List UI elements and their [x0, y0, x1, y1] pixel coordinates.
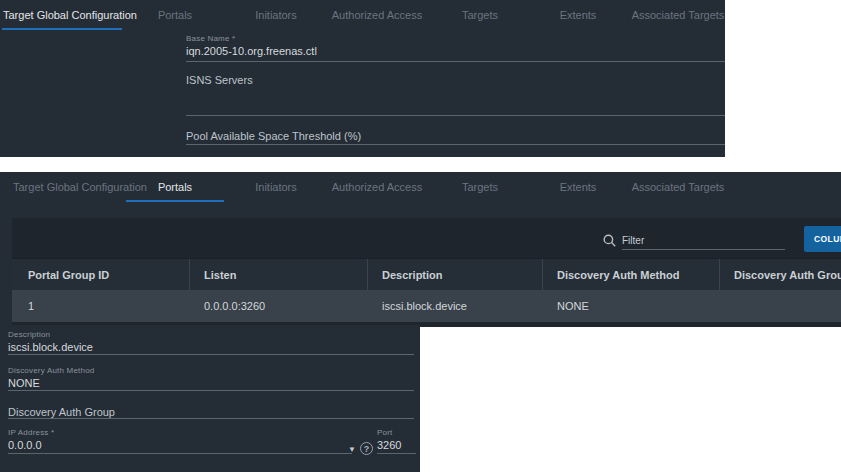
port-input[interactable]: 3260: [377, 439, 416, 451]
column-header-listen[interactable]: Listen: [190, 259, 368, 290]
chevron-down-icon[interactable]: ▼: [348, 445, 356, 454]
isns-servers-field[interactable]: ISNS Servers: [186, 74, 725, 116]
tab-authorized-access[interactable]: Authorized Access: [326, 172, 428, 202]
portals-table-card: COLUMN Portal Group ID Listen Descriptio…: [12, 218, 841, 327]
tab-target-global-configuration[interactable]: Target Global Configuration: [0, 172, 124, 202]
isns-servers-label: ISNS Servers: [186, 74, 725, 86]
base-name-input[interactable]: iqn.2005-10.org.freenas.ctl: [186, 45, 725, 57]
table-row[interactable]: 1 0.0.0.0:3260 iscsi.block.device NONE: [12, 290, 841, 322]
tab-targets[interactable]: Targets: [428, 172, 532, 202]
tab-portals[interactable]: Portals: [124, 172, 226, 202]
discovery-auth-group-label: Discovery Auth Group: [8, 406, 414, 418]
cell-listen: 0.0.0.0:3260: [190, 290, 368, 322]
filter-input[interactable]: [622, 233, 785, 250]
pool-threshold-field[interactable]: Pool Available Space Threshold (%): [186, 130, 725, 145]
columns-button[interactable]: COLUMN: [804, 226, 841, 252]
tab-authorized-access[interactable]: Authorized Access: [326, 0, 428, 30]
table-header-row: Portal Group ID Listen Description Disco…: [12, 258, 841, 290]
tab-target-global-configuration[interactable]: Target Global Configuration: [0, 0, 124, 30]
tab-extents[interactable]: Extents: [532, 172, 624, 202]
column-header-discovery-auth-group[interactable]: Discovery Auth Group: [720, 259, 841, 290]
tab-targets[interactable]: Targets: [428, 0, 532, 30]
discovery-auth-method-field[interactable]: Discovery Auth Method NONE: [8, 366, 414, 391]
description-input[interactable]: iscsi.block.device: [8, 341, 414, 353]
tab-associated-targets[interactable]: Associated Targets: [624, 0, 732, 30]
tab-initiators[interactable]: Initiators: [226, 0, 326, 30]
tab-bar: Target Global Configuration Portals Init…: [0, 0, 725, 30]
target-global-configuration-panel: Target Global Configuration Portals Init…: [0, 0, 725, 157]
cell-portal-group-id: 1: [12, 290, 190, 322]
column-header-discovery-auth-method[interactable]: Discovery Auth Method: [543, 259, 720, 290]
column-header-description[interactable]: Description: [368, 259, 543, 290]
pool-threshold-label: Pool Available Space Threshold (%): [186, 130, 725, 142]
ip-address-field[interactable]: IP Address * 0.0.0.0: [8, 428, 352, 454]
port-field[interactable]: Port 3260: [377, 428, 416, 454]
base-name-label: Base Name *: [186, 34, 725, 43]
tab-extents[interactable]: Extents: [532, 0, 624, 30]
discovery-auth-method-select[interactable]: NONE: [8, 377, 414, 389]
tab-portals[interactable]: Portals: [124, 0, 226, 30]
cell-discovery-auth-group: [720, 290, 841, 322]
port-label: Port: [377, 428, 416, 437]
filter-field: [603, 228, 785, 250]
cell-discovery-auth-method: NONE: [543, 290, 720, 322]
description-label: Description: [8, 330, 414, 339]
tab-associated-targets[interactable]: Associated Targets: [624, 172, 732, 202]
portal-edit-form-panel: Description iscsi.block.device Discovery…: [0, 325, 420, 472]
column-header-portal-group-id[interactable]: Portal Group ID: [12, 259, 190, 290]
table-toolbar: COLUMN: [12, 218, 841, 258]
search-icon: [603, 234, 616, 247]
cell-description: iscsi.block.device: [368, 290, 543, 322]
description-field[interactable]: Description iscsi.block.device: [8, 330, 414, 355]
tab-bar: Target Global Configuration Portals Init…: [0, 172, 841, 202]
ip-address-label: IP Address *: [8, 428, 352, 437]
discovery-auth-group-field[interactable]: Discovery Auth Group: [8, 406, 414, 419]
tab-initiators[interactable]: Initiators: [226, 172, 326, 202]
ip-address-select[interactable]: 0.0.0.0: [8, 439, 352, 451]
base-name-field[interactable]: Base Name * iqn.2005-10.org.freenas.ctl: [186, 34, 725, 62]
discovery-auth-method-label: Discovery Auth Method: [8, 366, 414, 375]
portals-panel: Target Global Configuration Portals Init…: [0, 172, 841, 327]
help-icon[interactable]: ?: [360, 442, 373, 455]
